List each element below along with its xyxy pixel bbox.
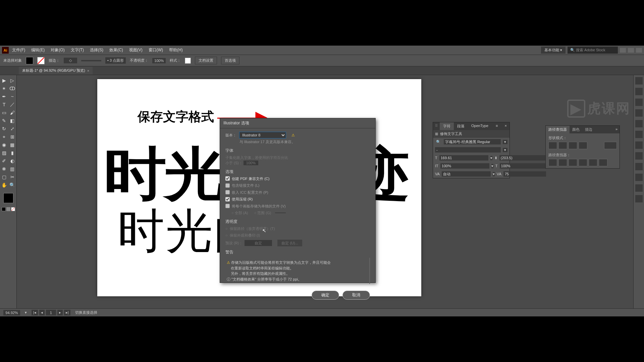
unite-button[interactable]: [548, 142, 557, 149]
line-tool[interactable]: ／: [8, 101, 17, 109]
stroke-swatch[interactable]: [37, 57, 45, 64]
tab-pathfinder[interactable]: 路径查找器: [546, 126, 570, 133]
trim-button[interactable]: [558, 159, 567, 166]
selection-tool[interactable]: ▶: [0, 76, 8, 84]
magic-wand-tool[interactable]: ✴: [0, 84, 8, 93]
doc-setup-button[interactable]: 文档设置: [195, 57, 217, 64]
tab-color[interactable]: 颜色: [570, 126, 582, 133]
style-swatch[interactable]: [185, 58, 191, 64]
tab-stroke[interactable]: 描边: [582, 126, 595, 133]
tab-character[interactable]: 字符: [440, 122, 454, 130]
graph-tool[interactable]: ▥: [8, 165, 17, 173]
menu-effect[interactable]: 效果(C): [107, 46, 126, 54]
menu-edit[interactable]: 编辑(E): [29, 46, 47, 54]
canvas[interactable]: 保存文字格式 ———▶ 时光的痕迹 时光的痕迹 Illustrator 选项 版…: [17, 75, 546, 308]
menu-window[interactable]: 窗口(W): [146, 46, 166, 54]
blend-tool[interactable]: ◐: [8, 157, 17, 165]
tab-opentype[interactable]: OpenType: [468, 122, 492, 130]
menu-help[interactable]: 帮助(H): [166, 46, 185, 54]
opacity-value[interactable]: 100%: [152, 58, 166, 63]
fill-swatch[interactable]: [26, 57, 33, 64]
search-stock[interactable]: 🔍 搜索 Adobe Stock: [568, 47, 618, 54]
close-tab-icon[interactable]: ×: [87, 69, 89, 73]
outline-button[interactable]: [589, 159, 597, 166]
gradient-mode[interactable]: [6, 207, 10, 211]
dock-gradient-icon[interactable]: [635, 131, 643, 138]
kerning[interactable]: [442, 171, 491, 177]
font-dropdown[interactable]: ▾: [503, 140, 507, 144]
paintbrush-tool[interactable]: 🖌: [8, 109, 17, 117]
free-transform-tool[interactable]: ⊞: [8, 133, 17, 141]
ok-button[interactable]: 确定: [312, 291, 339, 300]
menu-file[interactable]: 文件(F): [9, 46, 28, 54]
perspective-tool[interactable]: ▦: [8, 141, 17, 149]
font-size[interactable]: [439, 155, 488, 161]
first-artboard[interactable]: |◂: [32, 310, 38, 315]
panel-grip-icon[interactable]: ⠿: [433, 122, 440, 130]
window-minimize[interactable]: [620, 48, 626, 53]
symbol-sprayer-tool[interactable]: ❋: [0, 165, 8, 173]
opt-pdf-compat[interactable]: 创建 PDF 兼容文件 (C): [225, 176, 370, 182]
dock-graphic-styles-icon[interactable]: [635, 163, 643, 170]
panel-menu-icon[interactable]: ≡: [493, 122, 500, 130]
workspace-switcher[interactable]: 基本功能 ▾: [541, 47, 566, 54]
character-panel[interactable]: ⠿ 字符 段落 OpenType ≡ × ⊞修饰文字工具 🔍▾ ▾ T▾ ⬍▾ …: [433, 122, 510, 178]
minus-back-button[interactable]: [599, 159, 607, 166]
menu-object[interactable]: 对象(O): [48, 46, 67, 54]
font-style[interactable]: [435, 147, 501, 153]
stroke-weight[interactable]: ◇: [64, 58, 77, 63]
menu-type[interactable]: 文字(T): [68, 46, 87, 54]
dock-layers-icon[interactable]: [635, 174, 643, 181]
last-artboard[interactable]: ▸|: [64, 310, 70, 315]
touch-type-icon[interactable]: ⊞: [435, 132, 438, 136]
none-mode[interactable]: [11, 207, 15, 211]
horizontal-scale[interactable]: [500, 163, 546, 169]
dock-swatches-icon[interactable]: [635, 88, 643, 95]
document-tab[interactable]: 未标题-1* @ 94.92% (RGB/GPU 预览)×: [19, 67, 93, 74]
crop-button[interactable]: [579, 159, 587, 166]
vertical-scale[interactable]: [440, 163, 489, 169]
panel-expand-icon[interactable]: »: [613, 126, 620, 133]
width-tool[interactable]: ⌖: [0, 133, 8, 141]
next-artboard[interactable]: ▸: [57, 310, 63, 315]
zoom-level[interactable]: [3, 310, 20, 315]
prev-artboard[interactable]: ◂: [39, 310, 45, 315]
brush-picker[interactable]: [81, 60, 101, 61]
tracking[interactable]: [503, 171, 546, 177]
hand-tool[interactable]: ✋: [0, 181, 8, 189]
opt-use-compression[interactable]: 使用压缩 (R): [225, 196, 370, 202]
window-maximize[interactable]: [628, 48, 634, 53]
dock-artboards-icon[interactable]: [635, 195, 643, 202]
font-family[interactable]: [444, 139, 501, 144]
exclude-button[interactable]: [579, 142, 587, 149]
lasso-tool[interactable]: ↀ: [8, 84, 17, 93]
zoom-tool[interactable]: 🔍: [8, 181, 17, 189]
gradient-tool[interactable]: ▮: [8, 149, 17, 157]
menu-view[interactable]: 视图(V): [126, 46, 145, 54]
leading[interactable]: [499, 155, 546, 161]
panel-close-icon[interactable]: ×: [502, 122, 509, 130]
window-close[interactable]: [636, 48, 642, 53]
curvature-tool[interactable]: ~: [8, 93, 17, 101]
version-select[interactable]: Illustrator 8: [239, 132, 286, 138]
scale-tool[interactable]: ⤢: [8, 125, 17, 133]
rotate-tool[interactable]: ↻: [0, 125, 8, 133]
slice-tool[interactable]: ✂: [8, 173, 17, 181]
minus-front-button[interactable]: [558, 142, 567, 149]
dock-appearance-icon[interactable]: [635, 152, 643, 160]
type-tool[interactable]: T: [0, 101, 8, 109]
dock-brushes-icon[interactable]: [635, 99, 643, 106]
dock-color-icon[interactable]: [635, 77, 643, 84]
dock-stroke-icon[interactable]: [635, 120, 643, 127]
eyedropper-tool[interactable]: ✐: [0, 157, 8, 165]
pen-tool[interactable]: ✒: [0, 93, 8, 101]
stroke-profile[interactable]: • 3 点圆形: [105, 57, 126, 64]
merge-button[interactable]: [569, 159, 577, 166]
tab-paragraph[interactable]: 段落: [454, 122, 468, 130]
pathfinder-panel[interactable]: 路径查找器 颜色 描边 » 形状模式： 路径查找器：: [545, 125, 620, 169]
shape-builder-tool[interactable]: ◉: [0, 141, 8, 149]
cancel-button[interactable]: 取消: [342, 291, 370, 300]
divide-button[interactable]: [548, 159, 557, 166]
prefs-button[interactable]: 首选项: [221, 57, 239, 64]
dock-transparency-icon[interactable]: [635, 141, 643, 149]
